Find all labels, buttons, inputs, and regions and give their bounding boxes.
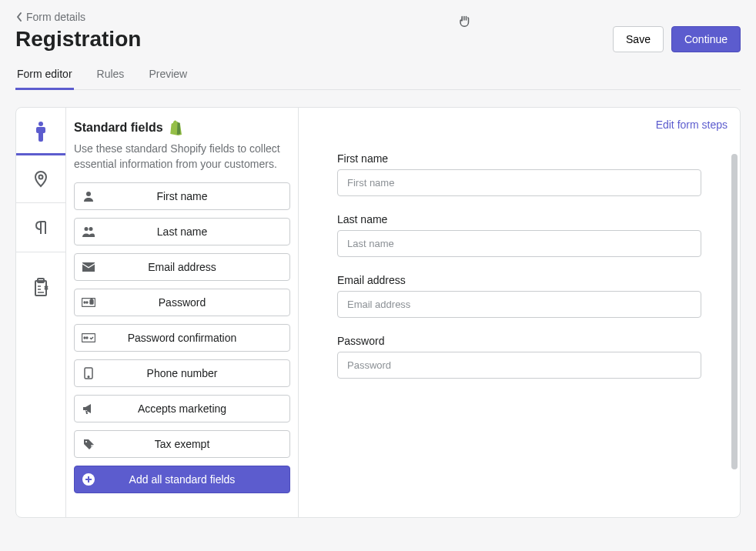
field-label: Email address bbox=[102, 261, 289, 273]
field-label: Password bbox=[102, 296, 289, 309]
svg-point-6 bbox=[89, 227, 93, 231]
phone-icon bbox=[75, 367, 102, 379]
form-preview: Edit form steps First name Last name Ema… bbox=[299, 108, 740, 517]
first-name-label: First name bbox=[337, 152, 701, 165]
users-icon bbox=[75, 226, 102, 237]
svg-point-9 bbox=[86, 302, 88, 303]
user-icon bbox=[75, 191, 102, 202]
svg-text:$: $ bbox=[91, 443, 95, 450]
shopify-icon bbox=[169, 120, 183, 135]
rail-location[interactable] bbox=[16, 155, 65, 203]
chevron-left-icon bbox=[15, 12, 23, 22]
field-label: Accepts marketing bbox=[102, 402, 289, 415]
email-input[interactable] bbox=[337, 291, 701, 318]
rail-paragraph[interactable] bbox=[16, 203, 65, 252]
last-name-label: Last name bbox=[337, 213, 701, 225]
edit-form-steps-link[interactable]: Edit form steps bbox=[656, 119, 728, 131]
side-rail bbox=[16, 108, 66, 517]
person-icon bbox=[33, 122, 49, 142]
field-label: Password confirmation bbox=[102, 332, 289, 344]
field-label: Tax exempt bbox=[102, 438, 289, 450]
svg-point-0 bbox=[38, 122, 43, 126]
envelope-icon bbox=[75, 262, 102, 272]
svg-point-4 bbox=[86, 192, 91, 196]
password-icon bbox=[75, 298, 102, 307]
fields-panel: Standard fields Use these standard Shopi… bbox=[66, 108, 299, 517]
rail-clipboard[interactable] bbox=[16, 252, 65, 323]
fields-panel-description: Use these standard Shopify fields to col… bbox=[74, 142, 290, 172]
tab-form-editor[interactable]: Form editor bbox=[15, 60, 74, 89]
svg-point-12 bbox=[84, 337, 85, 339]
svg-point-5 bbox=[85, 227, 89, 231]
field-first-name[interactable]: First name bbox=[74, 182, 290, 210]
svg-point-13 bbox=[86, 337, 88, 339]
continue-button[interactable]: Continue bbox=[671, 26, 741, 52]
field-email[interactable]: Email address bbox=[74, 253, 290, 281]
location-pin-icon bbox=[32, 170, 50, 189]
paragraph-icon bbox=[32, 219, 50, 237]
tag-icon: $ bbox=[75, 439, 102, 450]
svg-point-15 bbox=[88, 376, 89, 378]
field-label: Last name bbox=[102, 225, 289, 238]
megaphone-icon bbox=[75, 403, 102, 414]
svg-rect-10 bbox=[90, 300, 93, 304]
plus-circle-icon bbox=[75, 473, 102, 486]
add-all-fields-button[interactable]: Add all standard fields bbox=[74, 466, 290, 493]
field-password[interactable]: Password bbox=[74, 289, 290, 316]
tabs: Form editor Rules Preview bbox=[15, 60, 741, 90]
breadcrumb-back[interactable]: Form details bbox=[15, 11, 741, 23]
password-label: Password bbox=[337, 335, 701, 347]
save-button[interactable]: Save bbox=[613, 26, 664, 52]
svg-point-16 bbox=[85, 441, 86, 442]
field-label: Add all standard fields bbox=[102, 473, 289, 486]
password-input[interactable] bbox=[337, 352, 701, 379]
svg-point-1 bbox=[39, 175, 43, 179]
field-label: Phone number bbox=[102, 367, 289, 379]
first-name-input[interactable] bbox=[337, 169, 701, 196]
last-name-input[interactable] bbox=[337, 230, 701, 257]
breadcrumb-label: Form details bbox=[26, 11, 85, 23]
fields-panel-title: Standard fields bbox=[74, 121, 163, 135]
preview-scrollbar[interactable] bbox=[731, 154, 738, 514]
field-label: First name bbox=[102, 190, 289, 202]
page-title: Registration bbox=[15, 27, 141, 52]
field-marketing[interactable]: Accepts marketing bbox=[74, 395, 290, 422]
password-check-icon bbox=[75, 333, 102, 342]
tab-rules[interactable]: Rules bbox=[95, 60, 126, 89]
rail-person[interactable] bbox=[16, 108, 65, 155]
field-last-name[interactable]: Last name bbox=[74, 218, 290, 245]
field-password-confirm[interactable]: Password confirmation bbox=[74, 324, 290, 352]
field-phone[interactable]: Phone number bbox=[74, 359, 290, 387]
svg-point-8 bbox=[84, 302, 85, 303]
email-label: Email address bbox=[337, 274, 701, 286]
tab-preview[interactable]: Preview bbox=[147, 60, 189, 89]
field-tax-exempt[interactable]: $ Tax exempt bbox=[74, 430, 290, 458]
clipboard-icon bbox=[32, 278, 50, 298]
